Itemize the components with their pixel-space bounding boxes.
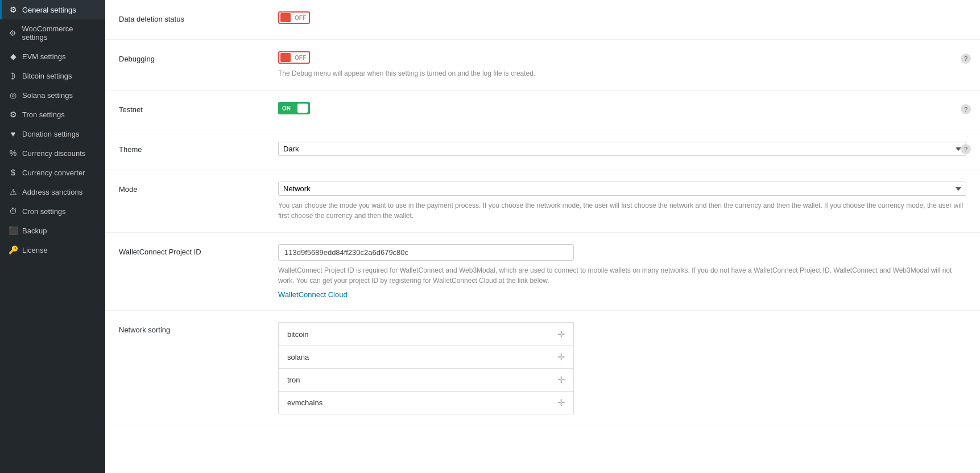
settings-control-network-sorting: bitcoin ✛ solana ✛ tron ✛ evmchains ✛ [278, 322, 966, 414]
sidebar-label-license: License [22, 246, 48, 254]
input-walletconnect-project-id[interactable] [278, 244, 574, 261]
toggle-data-deletion-status[interactable]: OFF [278, 11, 310, 24]
sort-item-evmchains[interactable]: evmchains ✛ [279, 391, 573, 414]
settings-control-walletconnect-project-id: WalletConnect Project ID is required for… [278, 244, 966, 299]
address-sanctions-icon: ⚠ [9, 187, 18, 196]
link-walletconnect-project-id[interactable]: WalletConnect Cloud [278, 290, 966, 299]
settings-row-data-deletion-status: Data deletion statusOFF [105, 0, 980, 40]
help-icon-testnet[interactable]: ? [961, 104, 971, 114]
drag-handle-evmchains[interactable]: ✛ [557, 397, 565, 408]
sidebar-label-woocommerce-settings: WooCommerce settings [22, 24, 98, 42]
sidebar-item-address-sanctions[interactable]: ⚠ Address sanctions [0, 182, 105, 201]
settings-label-mode: Mode [119, 182, 278, 194]
sidebar-item-donation-settings[interactable]: ♥ Donation settings [0, 124, 105, 143]
settings-control-mode: NetworkCurrencyYou can choose the mode y… [278, 182, 966, 221]
settings-row-walletconnect-project-id: WalletConnect Project IDWalletConnect Pr… [105, 233, 980, 311]
woocommerce-settings-icon: ⚙ [9, 28, 18, 38]
sort-item-solana[interactable]: solana ✛ [279, 346, 573, 369]
sidebar-item-evm-settings[interactable]: ◆ EVM settings [0, 47, 105, 66]
settings-control-theme: DarkLight [278, 142, 966, 156]
sidebar-label-currency-discounts: Currency discounts [22, 149, 85, 158]
toggle-text-testnet: ON [282, 105, 291, 112]
sidebar-item-cron-settings[interactable]: ⏱ Cron settings [0, 201, 105, 221]
sidebar-label-bitcoin-settings: Bitcoin settings [22, 72, 72, 80]
main-content: Data deletion statusOFFDebuggingOFFThe D… [105, 0, 980, 473]
sort-item-label-solana: solana [287, 353, 309, 361]
tron-settings-icon: ⚙ [9, 110, 18, 119]
help-icon-theme[interactable]: ? [961, 144, 971, 154]
sort-item-label-tron: tron [287, 376, 300, 384]
sidebar-item-license[interactable]: 🔑 License [0, 240, 105, 260]
settings-row-theme: ThemeDarkLight? [105, 130, 980, 170]
general-settings-icon: ⚙ [9, 5, 18, 14]
backup-icon: ⬛ [9, 226, 18, 235]
sidebar-label-cron-settings: Cron settings [22, 207, 66, 216]
settings-row-network-sorting: Network sorting bitcoin ✛ solana ✛ tron … [105, 311, 980, 426]
toggle-testnet[interactable]: ON [278, 102, 310, 114]
sidebar-item-bitcoin-settings[interactable]: ₿ Bitcoin settings [0, 66, 105, 85]
currency-discounts-icon: % [9, 149, 18, 158]
sidebar-label-address-sanctions: Address sanctions [22, 188, 82, 196]
drag-handle-solana[interactable]: ✛ [557, 352, 565, 363]
help-icon-debugging[interactable]: ? [961, 54, 971, 64]
sidebar-label-evm-settings: EVM settings [22, 52, 66, 61]
drag-handle-tron[interactable]: ✛ [557, 375, 565, 385]
license-icon: 🔑 [9, 245, 18, 254]
sidebar-item-tron-settings[interactable]: ⚙ Tron settings [0, 105, 105, 124]
helper-text-debugging: The Debug menu will appear when this set… [278, 68, 966, 79]
sidebar-item-solana-settings[interactable]: ◎ Solana settings [0, 85, 105, 105]
sidebar-item-woocommerce-settings[interactable]: ⚙ WooCommerce settings [0, 19, 105, 47]
sorting-container-network-sorting: bitcoin ✛ solana ✛ tron ✛ evmchains ✛ [278, 322, 574, 414]
drag-handle-bitcoin[interactable]: ✛ [557, 329, 565, 340]
select-theme[interactable]: DarkLight [278, 142, 966, 156]
settings-row-debugging: DebuggingOFFThe Debug menu will appear w… [105, 40, 980, 91]
settings-label-walletconnect-project-id: WalletConnect Project ID [119, 244, 278, 256]
settings-control-testnet: ON [278, 102, 966, 114]
settings-control-data-deletion-status: OFF [278, 11, 966, 24]
settings-label-network-sorting: Network sorting [119, 322, 278, 334]
sort-item-bitcoin[interactable]: bitcoin ✛ [279, 323, 573, 346]
toggle-knob-data-deletion-status [280, 13, 291, 22]
toggle-text-debugging: OFF [295, 55, 306, 61]
evm-settings-icon: ◆ [9, 52, 18, 61]
sidebar-label-general-settings: General settings [22, 6, 76, 14]
sidebar-label-donation-settings: Donation settings [22, 130, 79, 138]
cron-settings-icon: ⏱ [9, 207, 18, 216]
toggle-knob-testnet [297, 104, 308, 113]
sidebar-item-currency-converter[interactable]: $ Currency converter [0, 163, 105, 182]
helper-text-mode: You can choose the mode you want to use … [278, 200, 966, 221]
bitcoin-settings-icon: ₿ [9, 71, 18, 80]
sidebar-item-backup[interactable]: ⬛ Backup [0, 221, 105, 240]
sort-item-label-bitcoin: bitcoin [287, 330, 309, 339]
sidebar-label-currency-converter: Currency converter [22, 168, 85, 177]
sort-item-tron[interactable]: tron ✛ [279, 368, 573, 392]
settings-row-testnet: TestnetON? [105, 91, 980, 130]
settings-label-theme: Theme [119, 142, 278, 154]
currency-converter-icon: $ [9, 168, 18, 177]
sidebar-label-solana-settings: Solana settings [22, 91, 73, 100]
settings-label-data-deletion-status: Data deletion status [119, 11, 278, 23]
toggle-knob-debugging [280, 53, 291, 62]
toggle-text-data-deletion-status: OFF [295, 15, 306, 21]
sort-item-label-evmchains: evmchains [287, 398, 322, 407]
select-mode[interactable]: NetworkCurrency [278, 182, 966, 196]
sidebar-item-currency-discounts[interactable]: % Currency discounts [0, 143, 105, 163]
sidebar-label-backup: Backup [22, 227, 47, 235]
settings-label-testnet: Testnet [119, 102, 278, 114]
settings-control-debugging: OFFThe Debug menu will appear when this … [278, 51, 966, 79]
settings-label-debugging: Debugging [119, 51, 278, 63]
helper-text-walletconnect-project-id: WalletConnect Project ID is required for… [278, 265, 966, 286]
toggle-debugging[interactable]: OFF [278, 51, 310, 64]
sidebar: ⚙ General settings ⚙ WooCommerce setting… [0, 0, 105, 473]
settings-row-mode: ModeNetworkCurrencyYou can choose the mo… [105, 170, 980, 233]
sidebar-item-general-settings[interactable]: ⚙ General settings [0, 0, 105, 19]
donation-settings-icon: ♥ [9, 129, 18, 138]
solana-settings-icon: ◎ [9, 91, 18, 100]
sidebar-label-tron-settings: Tron settings [22, 110, 65, 119]
